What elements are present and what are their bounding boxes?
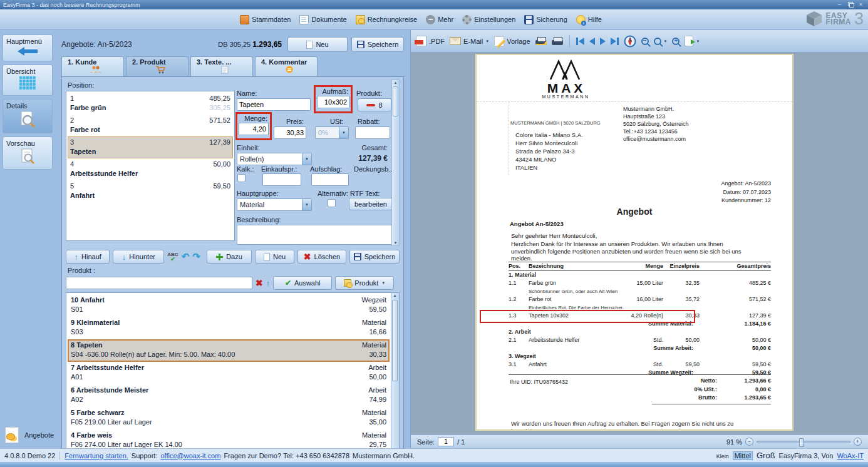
rabatt-input[interactable] bbox=[355, 126, 390, 139]
close-icon[interactable]: × bbox=[857, 1, 865, 8]
product-row[interactable]: 5 Farbe schwarzMaterial F05 219.00 Liter… bbox=[68, 407, 390, 429]
compass-icon[interactable] bbox=[624, 35, 636, 48]
table-section: 2. Arbeit bbox=[509, 328, 771, 336]
product-row[interactable]: 7 Arbeitsstunde HelferArbeit A0150,00 bbox=[68, 362, 390, 384]
email-button[interactable]: E-Mail▼ bbox=[450, 37, 489, 45]
tab-kunde[interactable]: 1. Kunde bbox=[61, 56, 124, 76]
export-pdf-button[interactable]: .PDF bbox=[416, 36, 445, 46]
zoom-plus-button[interactable]: + bbox=[854, 438, 862, 446]
form-scrollbar[interactable]: ▲ ▼ bbox=[391, 80, 400, 246]
font-size-mittel[interactable]: Mittel bbox=[733, 451, 753, 460]
name-input[interactable] bbox=[237, 98, 311, 111]
stammdaten-button[interactable]: Stammdaten bbox=[240, 15, 291, 24]
position-row[interactable]: 1485,25 Farbe grün305,25 bbox=[68, 93, 233, 115]
scroll-up-icon[interactable]: ▲ bbox=[391, 294, 398, 297]
zoom-menu-icon[interactable]: ▼ bbox=[654, 38, 668, 45]
pdf-viewer[interactable]: MAX MUSTERMANN Mustermann GmbH. Hauptstr… bbox=[411, 53, 868, 434]
position-row[interactable]: 559,50 Anfahrt bbox=[68, 180, 233, 202]
print-icon[interactable] bbox=[552, 37, 563, 46]
produkt-menu-button[interactable]: Produkt▼ bbox=[335, 276, 394, 290]
sicherung-button[interactable]: Sicherung bbox=[524, 15, 567, 24]
new-position-button[interactable]: Neu bbox=[255, 250, 294, 264]
remote-support-link[interactable]: Fernwartung starten. bbox=[65, 452, 128, 459]
produkt-search-input[interactable] bbox=[66, 277, 252, 289]
product-row[interactable]: 9 KleinmaterialMaterial S0316,66 bbox=[68, 317, 390, 339]
page-number-input[interactable] bbox=[438, 437, 454, 446]
next-page-icon[interactable] bbox=[600, 38, 606, 45]
aufmass-input[interactable] bbox=[317, 96, 349, 108]
zoom-out-icon[interactable]: − bbox=[641, 38, 649, 45]
mehr-button[interactable]: •••Mehr bbox=[426, 15, 453, 24]
support-email-link[interactable]: office@woax-it.com bbox=[160, 452, 220, 459]
menge-input[interactable] bbox=[239, 123, 269, 135]
rechnungkreise-button[interactable]: Rechnungkreise bbox=[356, 15, 418, 24]
tab-produkt[interactable]: 2. Produkt bbox=[126, 56, 189, 76]
undo-icon[interactable]: ↶ bbox=[182, 251, 190, 262]
scrollbar-thumb[interactable] bbox=[392, 300, 398, 381]
save-position-button[interactable]: Speichern bbox=[349, 250, 400, 264]
einkaufspr-input[interactable] bbox=[262, 173, 301, 186]
einheit-select[interactable]: Rolle(n)▼ bbox=[237, 153, 312, 165]
vorlage-button[interactable]: Vorlage bbox=[494, 36, 530, 46]
add-position-button[interactable]: Dazu bbox=[207, 250, 252, 264]
kalk-checkbox[interactable] bbox=[237, 174, 245, 182]
scroll-up-icon[interactable]: ▲ bbox=[392, 81, 399, 85]
dokumente-button[interactable]: Dokumente bbox=[299, 15, 346, 24]
ust-select[interactable]: 0%▼ bbox=[315, 126, 349, 139]
last-page-icon[interactable] bbox=[611, 38, 619, 45]
sidebar-item-hauptmenu[interactable]: Hauptmenü bbox=[3, 34, 53, 61]
scroll-down-icon[interactable]: ▼ bbox=[392, 241, 399, 245]
zoom-slider-thumb[interactable] bbox=[799, 438, 804, 447]
save-record-button[interactable]: Speichern bbox=[351, 37, 404, 52]
product-scrollbar[interactable]: ▲ ▼ bbox=[391, 293, 399, 453]
move-down-button[interactable]: ↓Hinunter bbox=[113, 250, 164, 264]
einstellungen-button[interactable]: Einstellungen bbox=[462, 15, 515, 24]
preis-input[interactable] bbox=[274, 126, 306, 139]
font-size-gross[interactable]: Groß bbox=[757, 451, 775, 460]
rtf-label: RTF Text: bbox=[350, 190, 380, 197]
chevron-down-icon: ▼ bbox=[381, 281, 385, 285]
spellcheck-icon[interactable]: ABC✔ bbox=[167, 252, 178, 262]
delete-position-button[interactable]: ✖Löschen bbox=[297, 250, 346, 264]
restore-icon[interactable] bbox=[846, 1, 854, 8]
previous-page-icon[interactable] bbox=[589, 38, 595, 45]
woax-link[interactable]: WoAx-IT bbox=[837, 452, 864, 459]
position-row[interactable]: 450,00 Arbeitsstunde Helfer bbox=[68, 158, 233, 180]
clear-search-icon[interactable]: ✖ bbox=[256, 279, 263, 287]
product-row-selected[interactable]: 8 TapetenMaterial S04 -636.00 Rolle(n) a… bbox=[68, 339, 390, 362]
hauptgruppe-select[interactable]: Material▼ bbox=[237, 198, 312, 211]
rtf-bearbeiten-button[interactable]: bearbeiten bbox=[349, 198, 393, 210]
export-menu-icon[interactable]: ▼ bbox=[685, 36, 700, 46]
sidebar-item-details[interactable]: Details bbox=[3, 99, 53, 133]
sidebar-item-vorschau[interactable]: Vorschau bbox=[3, 136, 53, 170]
position-row[interactable]: 2571,52 Farbe rot bbox=[68, 115, 233, 136]
hilfe-button[interactable]: Hilfe bbox=[576, 15, 602, 24]
tab-texte[interactable]: 3. Texte. ... bbox=[190, 56, 253, 76]
alternativ-checkbox[interactable] bbox=[328, 199, 336, 207]
position-row-selected[interactable]: 3127,39 Tapeten bbox=[68, 136, 233, 158]
scrollbar-thumb[interactable] bbox=[393, 86, 398, 116]
product-row[interactable]: 10 AnfahrtWegzeit S0159,50 bbox=[68, 294, 390, 317]
product-row[interactable]: 6 Arbeitsstunde MeisterArbeit A0274,99 bbox=[68, 384, 390, 407]
insert-up-icon[interactable]: ↑ bbox=[266, 279, 271, 288]
auswahl-button[interactable]: ✔Auswahl bbox=[273, 276, 332, 290]
produkt-link-button[interactable]: 8 bbox=[358, 98, 391, 111]
new-record-button[interactable]: Neu bbox=[287, 37, 348, 52]
tab-kommentar[interactable]: 4. Kommentar bbox=[255, 56, 318, 76]
redo-icon[interactable]: ↷ bbox=[192, 251, 200, 262]
window-frame-bottom bbox=[0, 462, 868, 467]
uid-line: Ihre UID: ITU98765432 bbox=[510, 379, 568, 385]
zoom-minus-button[interactable]: − bbox=[745, 438, 753, 446]
minimize-icon[interactable]: – bbox=[835, 1, 844, 8]
zoom-slider[interactable] bbox=[757, 441, 850, 443]
angebote-shortcut[interactable]: Angebote bbox=[5, 427, 54, 443]
greeting: Sehr geehrter Herr Monteculcoli, bbox=[511, 232, 597, 239]
font-size-klein[interactable]: Klein bbox=[716, 453, 729, 459]
first-page-icon[interactable] bbox=[576, 38, 584, 45]
move-up-button[interactable]: ↑Hinauf bbox=[66, 250, 110, 264]
zoom-in-icon[interactable]: + bbox=[672, 38, 679, 45]
beschreibung-textarea[interactable] bbox=[237, 225, 393, 245]
quick-print-icon[interactable] bbox=[535, 37, 547, 46]
aufschlag-input[interactable] bbox=[311, 173, 349, 186]
sidebar-item-uebersicht[interactable]: Übersicht bbox=[3, 64, 53, 96]
